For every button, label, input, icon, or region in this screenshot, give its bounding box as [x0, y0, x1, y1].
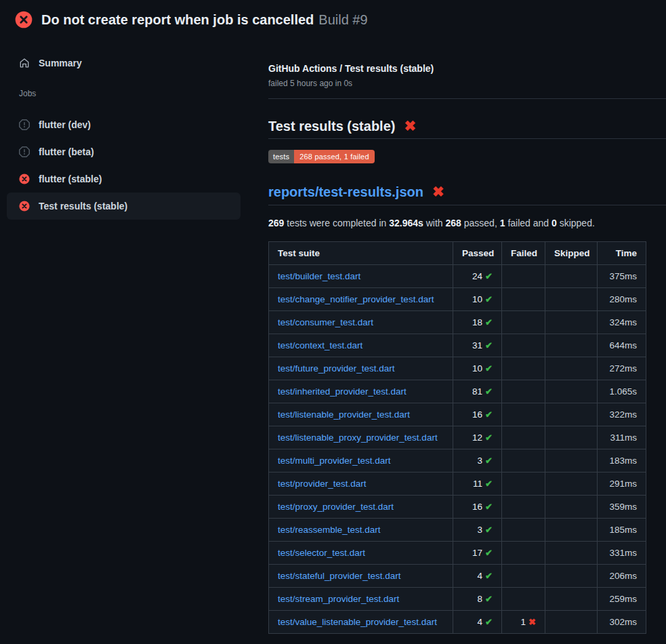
time-value: 375ms: [598, 265, 646, 288]
summary-text: with: [423, 218, 446, 228]
passed-count: 16✔: [453, 403, 502, 426]
skipped-cell: [545, 565, 598, 588]
count-value: 18: [472, 317, 482, 327]
skipped-cell: [545, 588, 598, 611]
stop-icon: [19, 119, 30, 130]
table-row: test/future_provider_test.dart10✔272ms: [269, 357, 646, 380]
suite-cell: test/context_test.dart: [269, 334, 453, 357]
time-value: 1.065s: [598, 380, 646, 403]
sidebar-item-flutter-beta[interactable]: flutter (beta): [7, 138, 241, 165]
time-value: 644ms: [598, 334, 646, 357]
check-icon: ✔: [485, 294, 493, 304]
table-row: test/listenable_provider_test.dart16✔322…: [269, 403, 646, 426]
count-value: 3: [478, 456, 483, 466]
count-value: 17: [472, 548, 482, 558]
summary-number: 1: [500, 218, 505, 228]
skipped-cell: [545, 288, 598, 311]
x-mark-icon: ✖: [404, 119, 416, 133]
suite-link[interactable]: test/stream_provider_test.dart: [278, 594, 399, 604]
suite-cell: test/inherited_provider_test.dart: [269, 380, 453, 403]
x-circle-fill-icon: [19, 174, 30, 184]
suite-link[interactable]: test/stateful_provider_test.dart: [278, 571, 401, 581]
count-value: 16: [472, 502, 482, 512]
passed-count: 24✔: [453, 265, 502, 288]
suite-cell: test/builder_test.dart: [269, 265, 453, 288]
sidebar-item-flutter-dev[interactable]: flutter (dev): [7, 111, 241, 138]
empty-cell: [502, 542, 545, 565]
time-value: 331ms: [598, 542, 646, 565]
sidebar-item-test-results-stable[interactable]: Test results (stable): [7, 193, 241, 220]
run-title: Do not create report when job is cancell…: [41, 12, 314, 27]
passed-count: 81✔: [453, 380, 502, 403]
table-row: test/provider_test.dart11✔291ms: [269, 472, 646, 496]
suite-link[interactable]: test/value_listenable_provider_test.dart: [278, 617, 437, 627]
suite-link[interactable]: test/listenable_proxy_provider_test.dart: [278, 432, 438, 443]
summary-text: skipped.: [557, 218, 595, 228]
check-icon: ✔: [485, 617, 493, 627]
count-value: 3: [478, 525, 483, 535]
time-value: 302ms: [598, 611, 646, 634]
count-value: 1: [521, 617, 526, 627]
passed-count: 3✔: [453, 449, 502, 472]
time-value: 324ms: [598, 311, 646, 334]
count-value: 4: [478, 571, 483, 581]
suite-cell: test/reassemble_test.dart: [269, 519, 453, 542]
suite-link[interactable]: test/future_provider_test.dart: [278, 363, 395, 374]
time-value: 185ms: [598, 519, 646, 542]
passed-count: 31✔: [453, 334, 502, 357]
test-results-table: Test suitePassedFailedSkippedTime test/b…: [268, 241, 646, 634]
suite-link[interactable]: test/selector_test.dart: [278, 548, 365, 558]
count-value: 31: [472, 340, 482, 350]
suite-link[interactable]: test/provider_test.dart: [278, 479, 367, 489]
time-value: 280ms: [598, 288, 646, 311]
sidebar-item-flutter-stable[interactable]: flutter (stable): [7, 165, 241, 193]
empty-cell: [502, 357, 545, 380]
time-value: 359ms: [598, 496, 646, 519]
passed-count: 17✔: [453, 542, 502, 565]
summary-text: failed and: [505, 218, 552, 228]
tests-summary-line: 269 tests were completed in 32.964s with…: [268, 218, 666, 229]
sidebar-item-label: flutter (dev): [39, 119, 91, 130]
suite-cell: test/listenable_provider_test.dart: [269, 403, 453, 426]
suite-link[interactable]: test/proxy_provider_test.dart: [278, 502, 394, 512]
skipped-cell: [545, 403, 598, 426]
main-content: GitHub Actions / Test results (stable) f…: [251, 38, 666, 634]
sidebar-item-label: Test results (stable): [39, 201, 127, 212]
suite-cell: test/stream_provider_test.dart: [269, 588, 453, 611]
table-row: test/reassemble_test.dart3✔185ms: [269, 519, 646, 542]
suite-cell: test/stateful_provider_test.dart: [269, 565, 453, 588]
suite-link[interactable]: test/multi_provider_test.dart: [278, 456, 391, 466]
passed-count: 16✔: [453, 496, 502, 519]
passed-count: 4✔: [453, 565, 502, 588]
divider: [268, 98, 666, 99]
sidebar-item-label: Summary: [39, 58, 82, 68]
skipped-cell: [545, 496, 598, 519]
count-value: 16: [472, 409, 482, 420]
tests-badge: tests 268 passed, 1 failed: [268, 150, 375, 163]
suite-link[interactable]: test/change_notifier_provider_test.dart: [278, 294, 434, 304]
badge-value: 268 passed, 1 failed: [294, 150, 374, 163]
check-icon: ✔: [485, 317, 493, 327]
suite-cell: test/listenable_proxy_provider_test.dart: [269, 426, 453, 449]
table-header-row: Test suitePassedFailedSkippedTime: [269, 242, 646, 265]
summary-text: passed,: [461, 218, 500, 228]
suite-link[interactable]: test/listenable_provider_test.dart: [278, 409, 410, 420]
suite-link[interactable]: test/reassemble_test.dart: [278, 525, 381, 535]
report-file-link[interactable]: reports/test-results.json: [268, 184, 423, 200]
suite-cell: test/multi_provider_test.dart: [269, 449, 453, 472]
check-icon: ✔: [485, 571, 493, 581]
check-icon: ✔: [485, 502, 493, 512]
suite-link[interactable]: test/consumer_test.dart: [278, 317, 373, 327]
table-row: test/value_listenable_provider_test.dart…: [269, 611, 646, 634]
summary-number: 268: [446, 218, 461, 228]
count-value: 81: [472, 386, 482, 397]
suite-link[interactable]: test/context_test.dart: [278, 340, 362, 350]
sidebar-item-summary[interactable]: Summary: [7, 52, 241, 74]
empty-cell: [502, 288, 545, 311]
suite-link[interactable]: test/inherited_provider_test.dart: [278, 386, 407, 397]
time-value: 311ms: [598, 426, 646, 449]
time-value: 291ms: [598, 472, 646, 496]
empty-cell: [502, 334, 545, 357]
suite-link[interactable]: test/builder_test.dart: [278, 271, 360, 281]
x-circle-fill-icon: [15, 11, 33, 28]
